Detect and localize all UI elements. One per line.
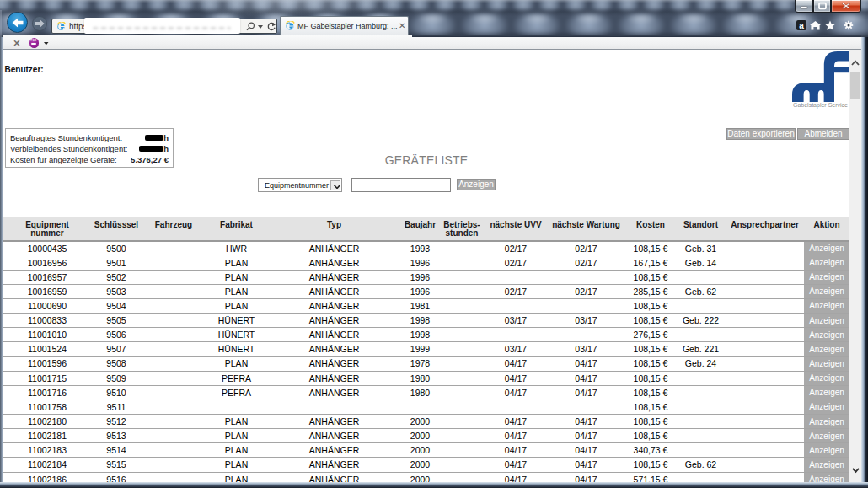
svg-text:a: a bbox=[799, 21, 804, 30]
